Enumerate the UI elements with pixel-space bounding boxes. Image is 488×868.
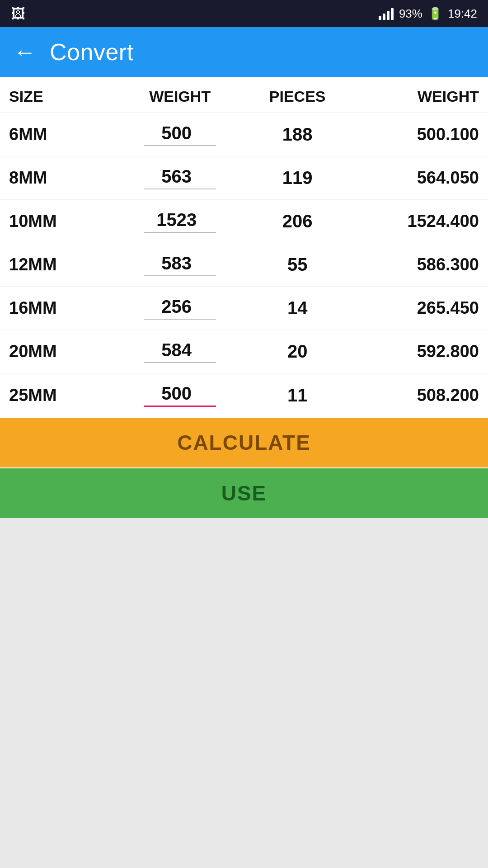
pieces-6mm: 188	[244, 124, 351, 145]
weight-input-20mm[interactable]	[116, 340, 244, 363]
weight-field-25mm[interactable]	[144, 383, 216, 407]
size-12mm: 12MM	[9, 255, 116, 274]
col-header-size: SIZE	[9, 88, 116, 105]
weight-input-10mm[interactable]	[116, 210, 244, 233]
table-row: 16MM 14 265.450	[0, 287, 488, 330]
weight-field-16mm[interactable]	[144, 297, 216, 320]
table-row: 12MM 55 586.300	[0, 243, 488, 287]
app-bar: ← Convert	[0, 27, 488, 77]
result-16mm: 265.450	[351, 298, 479, 318]
conversion-table: SIZE WEIGHT PIECES WEIGHT 6MM 188 500.10…	[0, 77, 488, 417]
time-display: 19:42	[448, 7, 477, 21]
battery-percent: 93%	[399, 7, 422, 21]
col-header-weight-out: WEIGHT	[351, 88, 479, 105]
signal-icon	[379, 7, 394, 20]
table-row: 20MM 20 592.800	[0, 330, 488, 373]
size-6mm: 6MM	[9, 125, 116, 144]
table-header: SIZE WEIGHT PIECES WEIGHT	[0, 77, 488, 113]
weight-field-20mm[interactable]	[144, 340, 216, 363]
use-button[interactable]: USE	[0, 468, 488, 518]
page-title: Convert	[50, 38, 134, 66]
status-bar: 🖼 93% 🔋 19:42	[0, 0, 488, 27]
result-20mm: 592.800	[351, 342, 479, 361]
size-20mm: 20MM	[9, 342, 116, 361]
col-header-weight-in: WEIGHT	[116, 88, 244, 105]
size-25mm: 25MM	[9, 386, 116, 405]
size-8mm: 8MM	[9, 168, 116, 188]
pieces-16mm: 14	[244, 298, 351, 318]
gallery-icon: 🖼	[11, 5, 25, 22]
pieces-20mm: 20	[244, 341, 351, 362]
result-8mm: 564.050	[351, 168, 479, 188]
result-12mm: 586.300	[351, 255, 479, 274]
calculate-button[interactable]: CALCULATE	[0, 418, 488, 467]
pieces-10mm: 206	[244, 211, 351, 231]
col-header-pieces: PIECES	[244, 88, 351, 105]
size-16mm: 16MM	[9, 298, 116, 318]
pieces-12mm: 55	[244, 255, 351, 275]
pieces-25mm: 11	[244, 385, 351, 406]
weight-input-25mm[interactable]	[116, 383, 244, 407]
weight-field-10mm[interactable]	[144, 210, 216, 233]
weight-field-12mm[interactable]	[144, 253, 216, 276]
pieces-8mm: 119	[244, 168, 351, 188]
weight-input-12mm[interactable]	[116, 253, 244, 276]
weight-input-6mm[interactable]	[116, 123, 244, 146]
weight-field-6mm[interactable]	[144, 123, 216, 146]
weight-input-16mm[interactable]	[116, 297, 244, 320]
table-row: 8MM 119 564.050	[0, 156, 488, 200]
result-10mm: 1524.400	[351, 212, 479, 231]
back-button[interactable]: ←	[14, 41, 36, 63]
content-area: SIZE WEIGHT PIECES WEIGHT 6MM 188 500.10…	[0, 77, 488, 518]
table-row: 10MM 206 1524.400	[0, 200, 488, 243]
weight-input-8mm[interactable]	[116, 166, 244, 189]
result-6mm: 500.100	[351, 125, 479, 144]
bottom-space	[0, 518, 488, 699]
table-row: 25MM 11 508.200	[0, 373, 488, 417]
size-10mm: 10MM	[9, 212, 116, 231]
battery-icon: 🔋	[428, 7, 442, 21]
result-25mm: 508.200	[351, 386, 479, 405]
weight-field-8mm[interactable]	[144, 166, 216, 189]
table-row: 6MM 188 500.100	[0, 113, 488, 156]
